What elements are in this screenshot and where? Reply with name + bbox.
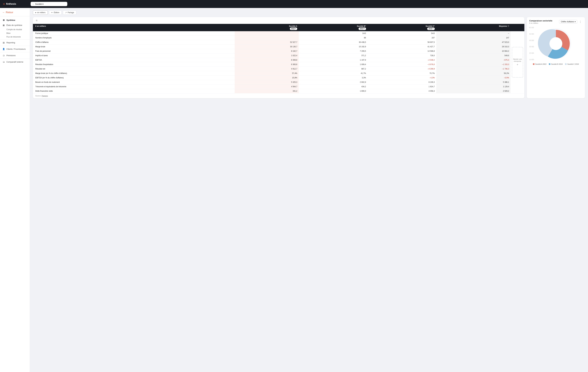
sidebar-item-comparatif[interactable]: 🗂 Comparatif externe: [0, 59, 30, 64]
row-cell-c: 58 607,5: [368, 40, 436, 44]
milliers-button[interactable]: ● en milliers: [33, 11, 48, 15]
sidebar-item-label: Comparatif externe: [6, 61, 23, 63]
year-badge-a[interactable]: 2022 ▾: [290, 28, 297, 30]
row-cell-moyenne: 28 310,3: [436, 44, 511, 49]
etats-icon: ▦: [2, 24, 5, 26]
content-grid: ⧉ € en milliers Société A: [33, 17, 585, 98]
row-cell-c: 14 598,8: [368, 49, 436, 53]
table-row: Résultat d'exploitation6 383,81 009,4–3 …: [33, 62, 524, 67]
row-cell-moyenne: 2 929,2: [436, 89, 511, 93]
row-cell-moyenne: –: [436, 31, 511, 36]
add-company-cell[interactable]: Ajouter une entreprise+: [511, 31, 524, 93]
row-cell-c: 8 109,3: [368, 80, 436, 85]
logo: ≡ finthesis: [3, 2, 28, 6]
row-label: Dette financière nette: [33, 89, 235, 93]
row-cell-c: –4 299,9: [368, 67, 436, 71]
row-cell-b: 887,2: [299, 67, 368, 71]
row-cell-b: 434,2: [299, 85, 368, 89]
chart-legend: Société A 2022 Société B 2019 Société C …: [529, 63, 582, 65]
y-label-5: 50 000: [529, 33, 534, 35]
col-name-moy: Moyenne: [499, 25, 507, 27]
legend-label-a: Société A 2022: [535, 63, 546, 65]
search-input[interactable]: [35, 3, 65, 5]
chevron-b-icon: ▾: [364, 28, 365, 30]
row-cell-c: 1 824,7: [368, 85, 436, 89]
source-link[interactable]: Pappers: [42, 95, 48, 97]
search-bar[interactable]: ⌕: [31, 2, 67, 6]
row-cell-b: 371,2: [299, 53, 368, 58]
sidebar-divider-2: [0, 46, 30, 46]
y-label-6: 60 000: [529, 27, 534, 29]
row-cell-a: 52 527,7: [235, 40, 299, 44]
copy-button[interactable]: ⧉: [34, 18, 39, 23]
row-cell-a: 8 308,8: [235, 58, 299, 62]
milliers-icon: ●: [35, 11, 36, 14]
year-badge-b[interactable]: 2019 ▾: [358, 28, 366, 30]
col-name-a: Société A: [236, 25, 297, 27]
row-label: Impôts et taxes: [33, 53, 235, 58]
chart-more-button[interactable]: ⋮: [578, 20, 582, 24]
sidebar-item-synthese[interactable]: ⊞ Synthèse: [0, 18, 30, 23]
comparatif-icon: 🗂: [2, 61, 5, 63]
row-cell-b: 36 438,5: [299, 40, 368, 44]
chevron-c-icon: ▾: [433, 28, 433, 30]
row-cell-a: 5 325,3: [235, 80, 299, 85]
toolbar: ● en milliers ✏ Édition ↗ Partage: [33, 11, 585, 15]
sidebar-divider: [0, 39, 30, 40]
row-cell-a: 4 912,7: [235, 67, 299, 71]
sidebar-item-reporting[interactable]: ▤ Reporting: [0, 40, 30, 45]
row-label: Frais de personnel: [33, 49, 235, 53]
back-arrow-icon: ←: [2, 11, 5, 14]
row-cell-moyenne: –1 706,3: [436, 67, 511, 71]
row-cell-c: –4,3%: [368, 75, 436, 80]
sidebar-item-clients[interactable]: 👤 Clients / Fournisseurs: [0, 46, 30, 52]
row-cell-moyenne: 47 523,0: [436, 40, 511, 44]
y-label-2: 20 000: [529, 52, 534, 54]
row-label: EBITDA: [33, 58, 235, 62]
edition-label: Édition: [54, 11, 59, 14]
row-cell-c: –2 548,4: [368, 58, 436, 62]
row-label: EBITDA (en % du chiffre d'affaires): [33, 75, 235, 80]
table-row: Résultat net4 912,7887,2–4 299,9–1 706,3: [33, 67, 524, 71]
sidebar-divider-4: [0, 59, 30, 59]
table-toolbar: ⧉: [33, 17, 524, 24]
chevron-a-icon: ▾: [295, 28, 296, 30]
partage-button[interactable]: ↗ Partage: [63, 11, 76, 15]
row-cell-moyenne: –675,3: [436, 58, 511, 62]
row-cell-moyenne: 5 386,1: [436, 80, 511, 85]
legend-label-c: Société C 2019: [567, 63, 579, 65]
main-content: ● en milliers ✏ Édition ↗ Partage ⧉: [30, 8, 588, 372]
pie-chart-area: 60 000 50 000 40 000 30 000 20 000 10 00…: [529, 25, 582, 62]
year-b: 2019: [360, 28, 363, 30]
row-cell-moyenne: 549,6: [436, 53, 511, 58]
header-societe-c: Société C° 2019 ▾: [368, 24, 436, 31]
legend-item-b: Société B 2019: [549, 63, 563, 65]
add-company-box[interactable]: Ajouter une entreprise+: [512, 47, 523, 78]
table-scroll: € en milliers Société A 2022 ▾: [33, 24, 524, 93]
add-company-label: Ajouter une entreprise: [513, 58, 522, 63]
table-row: Impôts et taxes1 022,4371,2728,0549,6: [33, 53, 524, 58]
sidebar-sub-compte[interactable]: Compte de résultat: [0, 28, 30, 31]
partage-label: Partage: [68, 11, 74, 14]
header-moyenne: Moyenne ⓘ: [436, 24, 511, 31]
sidebar-sub-bilan[interactable]: Bilan: [0, 31, 30, 35]
info-icon[interactable]: ⓘ: [507, 25, 509, 27]
table-header-row: € en milliers Société A 2022 ▾: [33, 24, 524, 31]
row-cell-a: [235, 31, 299, 36]
year-badge-c[interactable]: 2019 ▾: [427, 28, 435, 30]
chart-metric-select[interactable]: Chiffre d'affaires ▾: [559, 20, 577, 23]
back-button[interactable]: ← Retour: [0, 10, 30, 16]
row-label: Résultat net: [33, 67, 235, 71]
sidebar-sub-flux[interactable]: Flux de trésorerie: [0, 35, 30, 39]
table-row: Marge brute (en % du chiffre d'affaires)…: [33, 71, 524, 75]
sidebar-item-etats[interactable]: ▦ États de synthèse: [0, 23, 30, 28]
row-cell-moyenne: 10 904,2: [436, 49, 511, 53]
reporting-icon: ▤: [2, 42, 5, 44]
sidebar-item-previsions[interactable]: ◷ Prévisions: [0, 53, 30, 58]
row-label: Marge brute: [33, 44, 235, 49]
edition-button[interactable]: ✏ Édition: [49, 11, 62, 15]
legend-label-b: Société B 2019: [551, 63, 563, 65]
y-label-4: 40 000: [529, 40, 534, 41]
row-cell-moyenne: –0,5%: [436, 75, 511, 80]
row-cell-a: [235, 36, 299, 40]
